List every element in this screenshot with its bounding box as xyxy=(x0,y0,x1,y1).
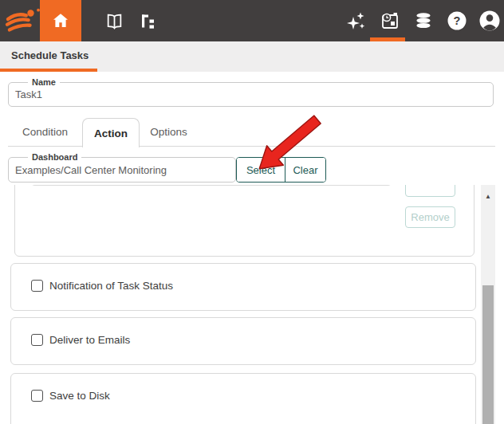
scheduled-tasks-button[interactable] xyxy=(378,0,402,41)
ai-assistant-button[interactable] xyxy=(345,0,366,41)
notification-card: Notification of Task Status xyxy=(10,263,476,311)
brand-logo xyxy=(5,0,41,41)
person-icon xyxy=(478,10,501,32)
tab-options[interactable]: Options xyxy=(138,118,199,146)
calendar-clock-icon xyxy=(379,10,401,32)
name-field-label: Name xyxy=(28,77,60,88)
tab-action[interactable]: Action xyxy=(82,118,140,147)
tree-icon xyxy=(140,13,156,29)
notification-label: Notification of Task Status xyxy=(49,280,173,292)
data-sources-button[interactable] xyxy=(412,0,434,41)
svg-text:?: ? xyxy=(453,14,460,27)
save-disk-label: Save to Disk xyxy=(49,390,110,402)
sparkles-icon xyxy=(345,10,366,31)
help-button[interactable]: ? xyxy=(446,0,467,41)
home-button[interactable] xyxy=(40,0,81,41)
clear-button[interactable]: Clear xyxy=(285,158,325,182)
list-box[interactable] xyxy=(31,185,392,186)
name-input[interactable]: Task1 xyxy=(9,83,493,106)
database-icon xyxy=(414,11,433,30)
question-mark-icon: ? xyxy=(447,10,467,31)
deliver-emails-checkbox[interactable] xyxy=(31,334,43,346)
account-button[interactable] xyxy=(478,0,501,41)
dashboard-field-label: Dashboard xyxy=(28,151,81,163)
scrollbar-up-arrow[interactable]: ▲ xyxy=(481,190,495,202)
name-field[interactable]: Name Task1 xyxy=(8,82,494,107)
select-button[interactable]: Select xyxy=(237,158,285,182)
save-disk-checkbox[interactable] xyxy=(31,390,43,402)
tabs-divider xyxy=(8,146,495,147)
open-book-icon xyxy=(105,12,124,30)
documents-button[interactable] xyxy=(103,0,125,41)
dashboard-button-group: Select Clear xyxy=(236,157,326,183)
dashboard-field[interactable]: Dashboard Examples/Call Center Monitorin… xyxy=(8,157,236,183)
remove-button[interactable]: Remove xyxy=(405,206,455,228)
scrolled-button-partial[interactable] xyxy=(405,185,455,197)
top-navbar: ? xyxy=(0,0,504,41)
home-icon xyxy=(51,11,70,30)
page-tab-indicator xyxy=(0,69,97,72)
notification-checkbox[interactable] xyxy=(31,280,43,292)
scrollbar-thumb[interactable] xyxy=(482,285,494,424)
tab-condition[interactable]: Condition xyxy=(8,118,82,146)
scrollbar-track[interactable]: ▲ xyxy=(481,185,495,424)
delivery-settings-card: Remove xyxy=(14,185,474,257)
deliver-emails-card: Deliver to Emails xyxy=(10,317,476,365)
brand-swoosh-icon xyxy=(5,6,41,36)
action-scroll-region: Remove Notification of Task Status Deliv… xyxy=(0,185,504,424)
save-disk-card: Save to Disk xyxy=(10,373,476,424)
page-title[interactable]: Schedule Tasks xyxy=(11,41,89,69)
categories-button[interactable] xyxy=(136,0,159,41)
deliver-emails-label: Deliver to Emails xyxy=(49,334,130,347)
